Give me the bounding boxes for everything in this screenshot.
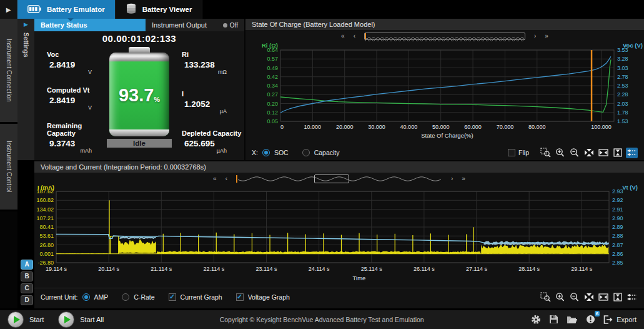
- svg-text:70.000: 70.000: [497, 124, 514, 130]
- fit-horizontal-icon[interactable]: [597, 291, 609, 302]
- tab-battery-emulator[interactable]: Battery Emulator: [17, 0, 116, 19]
- settings-gear-icon[interactable]: [531, 315, 541, 325]
- channel-button-a[interactable]: A: [21, 260, 33, 270]
- c-rate-radio-label[interactable]: C-Rate: [134, 293, 154, 301]
- svg-text:25.114 s: 25.114 s: [361, 266, 382, 272]
- auto-scroll-icon[interactable]: [626, 148, 638, 158]
- svg-text:10.000: 10.000: [304, 124, 322, 130]
- collapse-panel-button[interactable]: ▶: [0, 0, 17, 19]
- vi-chart-scrollbar: « ‹ › »: [34, 173, 644, 185]
- tab-battery-viewer[interactable]: Battery Viewer: [116, 0, 203, 19]
- open-folder-icon[interactable]: [567, 315, 578, 324]
- database-icon: [126, 3, 137, 16]
- svg-text:30.000: 30.000: [368, 124, 385, 130]
- scrollbar-thumb[interactable]: [314, 175, 349, 183]
- export-icon: [603, 315, 613, 324]
- svg-text:26.80: 26.80: [39, 242, 54, 248]
- scroll-far-left-button[interactable]: «: [213, 176, 217, 182]
- fit-both-axes-icon[interactable]: [583, 291, 595, 302]
- channel-selector: A B C D: [17, 260, 34, 308]
- capacity-radio-label[interactable]: Capacity: [314, 149, 340, 156]
- scroll-right-button[interactable]: ›: [534, 33, 536, 39]
- channel-button-d[interactable]: D: [21, 295, 33, 305]
- zoom-out-icon[interactable]: [568, 291, 580, 302]
- content-area: Battery Status Instrument Output Off 00.…: [34, 19, 644, 308]
- svg-text:2.93: 2.93: [612, 188, 623, 195]
- left-rail: Instrument Connection Instrument Control: [0, 19, 17, 308]
- fit-vertical-icon[interactable]: [612, 148, 623, 158]
- scroll-far-right-button[interactable]: »: [462, 176, 465, 182]
- zoom-in-icon[interactable]: [554, 148, 566, 158]
- current-graph-label[interactable]: Current Graph: [181, 293, 222, 301]
- flip-label[interactable]: Flip: [518, 149, 529, 156]
- instrument-output-label: Instrument Output: [152, 21, 207, 29]
- start-button[interactable]: [7, 311, 24, 328]
- svg-text:0.49: 0.49: [267, 65, 278, 71]
- charge-percent-value: 93.7: [119, 85, 154, 106]
- scroll-right-button[interactable]: ›: [451, 176, 453, 182]
- soc-radio-label[interactable]: SOC: [274, 149, 289, 156]
- output-toggle[interactable]: Off: [223, 22, 238, 29]
- svg-text:2.92: 2.92: [612, 197, 623, 203]
- svg-text:2.78: 2.78: [617, 74, 628, 80]
- zoom-region-icon[interactable]: [540, 148, 552, 158]
- zoom-region-icon[interactable]: [540, 291, 552, 302]
- c-rate-radio[interactable]: [122, 293, 129, 301]
- start-button-label[interactable]: Start: [29, 316, 44, 323]
- waveform-overview[interactable]: [236, 175, 442, 183]
- svg-text:21.114 s: 21.114 s: [151, 266, 172, 272]
- svg-text:0.57: 0.57: [267, 56, 278, 62]
- channel-button-c[interactable]: C: [21, 283, 33, 293]
- export-button[interactable]: Export: [603, 315, 637, 324]
- svg-text:2.89: 2.89: [612, 224, 623, 230]
- amp-radio[interactable]: [82, 293, 90, 301]
- capacity-radio[interactable]: [302, 149, 310, 156]
- amp-radio-label[interactable]: AMP: [94, 293, 109, 301]
- scroll-left-button[interactable]: ‹: [354, 33, 355, 39]
- svg-text:50.000: 50.000: [432, 124, 450, 130]
- auto-scroll-icon[interactable]: [626, 291, 638, 302]
- vi-chart[interactable]: 187.622.93160.822.92134.022.91107.212.90…: [34, 185, 644, 288]
- metric-ri: Ri 133.238 mΩ: [172, 51, 242, 75]
- sidebar-item-instrument-connection[interactable]: Instrument Connection: [0, 19, 17, 124]
- expand-settings-icon[interactable]: ▶: [24, 22, 28, 28]
- svg-text:1.53: 1.53: [617, 118, 628, 124]
- zoom-in-icon[interactable]: [554, 291, 566, 302]
- zoom-out-icon[interactable]: [568, 148, 580, 158]
- start-all-button-label[interactable]: Start All: [80, 316, 104, 323]
- output-off-dot-icon: [223, 23, 227, 28]
- flip-checkbox[interactable]: [508, 149, 515, 156]
- scrollbar-thumb[interactable]: [364, 33, 525, 40]
- current-graph-checkbox[interactable]: ✓: [169, 293, 176, 301]
- scroll-left-button[interactable]: ‹: [225, 176, 227, 182]
- save-icon[interactable]: [549, 315, 558, 324]
- error-log-icon[interactable]: 6: [586, 315, 595, 324]
- fit-vertical-icon[interactable]: [612, 291, 623, 302]
- svg-text:0.20: 0.20: [267, 101, 278, 107]
- svg-text:60.000: 60.000: [464, 124, 482, 130]
- voltage-graph-label[interactable]: Voltage Graph: [248, 293, 290, 301]
- fit-horizontal-icon[interactable]: [597, 148, 609, 158]
- channel-button-b[interactable]: B: [21, 271, 33, 281]
- scroll-far-left-button[interactable]: «: [341, 33, 345, 39]
- battery-status-tab[interactable]: Battery Status: [34, 19, 146, 31]
- scroll-far-right-button[interactable]: »: [545, 33, 548, 39]
- battery-status-header: Battery Status Instrument Output Off: [34, 19, 244, 31]
- rail-tab-label: Instrument Connection: [6, 39, 12, 102]
- sidebar-item-instrument-control[interactable]: Instrument Control: [0, 124, 17, 211]
- soc-radio[interactable]: [262, 149, 270, 156]
- vi-panel-title: Voltage and Current (Integration Period:…: [34, 161, 644, 173]
- battery-emulator-app: ▶ Battery Emulator Battery Viewer Instru…: [0, 0, 644, 329]
- elapsed-timer: 00.00:01:02:133: [34, 31, 244, 44]
- metric-current: I 1.2052 µA: [172, 90, 242, 114]
- soc-chart[interactable]: 0.643.530.573.280.493.030.422.780.342.53…: [245, 43, 644, 145]
- voltage-graph-checkbox[interactable]: ✓: [236, 293, 244, 301]
- fit-both-axes-icon[interactable]: [583, 148, 595, 158]
- svg-text:160.82: 160.82: [36, 197, 54, 203]
- voltage-current-panel: Voltage and Current (Integration Period:…: [34, 161, 644, 308]
- x-axis-title: State Of Charge(%): [421, 132, 473, 139]
- error-count-badge: 6: [595, 311, 600, 316]
- sidebar-item-settings[interactable]: Settings: [22, 33, 29, 57]
- svg-text:1.78: 1.78: [617, 109, 628, 116]
- start-all-button[interactable]: [58, 311, 74, 328]
